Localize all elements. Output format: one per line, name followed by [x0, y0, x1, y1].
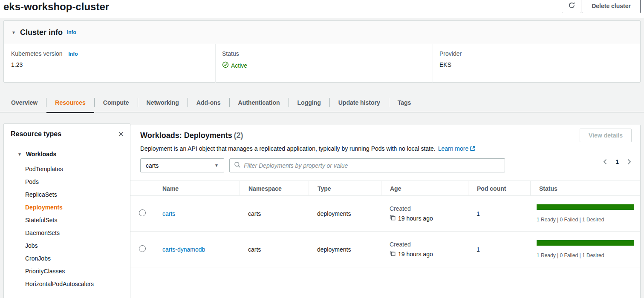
sidebar-item-podtemplates[interactable]: PodTemplates	[4, 163, 130, 175]
sidebar-title: Resource types	[11, 130, 61, 138]
next-page-icon[interactable]	[626, 158, 632, 165]
workloads-caret-icon[interactable]: ▼	[17, 152, 22, 157]
status-cell: 1 Ready | 0 Failed | 1 Desired	[530, 240, 640, 258]
tab-authentication[interactable]: Authentication	[230, 93, 289, 112]
close-icon[interactable]: ✕	[118, 131, 124, 138]
search-input[interactable]	[244, 162, 500, 169]
refresh-icon	[568, 2, 575, 10]
namespace-cell: carts	[240, 210, 309, 217]
search-icon	[234, 161, 241, 169]
filter-search[interactable]	[229, 158, 505, 172]
resource-name-dropdown[interactable]: carts ▼	[140, 158, 224, 172]
table-row: carts-dynamodb carts deployments Created…	[130, 232, 640, 267]
learn-more-link[interactable]: Learn more	[438, 145, 469, 152]
cluster-info-title: Cluster info	[20, 28, 63, 37]
kubernetes-version-info-link[interactable]: Info	[69, 51, 78, 57]
row-radio-button[interactable]	[139, 245, 146, 252]
panel-title: Workloads: Deployments	[140, 131, 232, 140]
status-field: Status Active	[216, 44, 433, 83]
collapse-caret-icon[interactable]: ▼	[12, 30, 16, 35]
chevron-down-icon: ▼	[214, 163, 219, 168]
sidebar-item-cronjobs[interactable]: CronJobs	[4, 252, 130, 265]
namespace-cell: carts	[240, 246, 309, 253]
tab-addons[interactable]: Add-ons	[188, 93, 229, 112]
column-header-status[interactable]: Status	[530, 181, 640, 196]
external-link-icon	[470, 146, 476, 153]
page-title: eks-workshop-cluster	[3, 1, 109, 13]
deployments-panel: Workloads: Deployments (2) View details …	[130, 125, 641, 298]
tab-update-history[interactable]: Update history	[330, 93, 389, 112]
panel-count: (2)	[234, 131, 243, 140]
status-text: 1 Ready | 0 Failed | 1 Desired	[537, 217, 634, 223]
pod-count-cell: 1	[468, 246, 530, 253]
page-header: eks-workshop-cluster Delete cluster	[0, 0, 644, 18]
age-cell: Created 19 hours ago	[381, 241, 468, 258]
cluster-info-info-link[interactable]: Info	[67, 29, 76, 35]
sidebar-item-replicasets[interactable]: ReplicaSets	[4, 188, 130, 201]
tab-compute[interactable]: Compute	[95, 93, 138, 112]
kubernetes-version-label: Kubernetes version Info	[11, 50, 215, 57]
provider-label: Provider	[439, 50, 640, 57]
sidebar-item-statefulsets[interactable]: StatefulSets	[4, 214, 130, 226]
column-header-pod-count[interactable]: Pod count	[468, 181, 530, 196]
view-details-button[interactable]: View details	[580, 129, 632, 142]
sidebar-item-jobs[interactable]: Jobs	[4, 239, 130, 252]
workloads-group-label: Workloads	[26, 151, 56, 158]
status-check-icon	[222, 61, 229, 69]
sidebar-item-pods[interactable]: Pods	[4, 175, 130, 188]
column-header-type[interactable]: Type	[309, 181, 381, 196]
delete-cluster-button[interactable]: Delete cluster	[582, 0, 641, 13]
current-page[interactable]: 1	[613, 158, 621, 165]
tab-tags[interactable]: Tags	[389, 93, 420, 112]
column-header-name[interactable]: Name	[154, 181, 240, 196]
cluster-info-header[interactable]: ▼ Cluster info Info	[4, 21, 640, 44]
copy-icon[interactable]	[390, 250, 396, 258]
sidebar-item-priorityclasses[interactable]: PriorityClasses	[4, 265, 130, 278]
sidebar-group-workloads[interactable]: ▼ Workloads	[4, 151, 130, 158]
status-cell: 1 Ready | 0 Failed | 1 Desired	[530, 204, 640, 223]
cluster-info-card: ▼ Cluster info Info Kubernetes version I…	[3, 20, 641, 83]
status-progress-bar	[537, 240, 634, 246]
status-text: 1 Ready | 0 Failed | 1 Desired	[537, 252, 634, 258]
table-row: carts carts deployments Created 19 hours…	[130, 196, 640, 232]
deployment-name-link[interactable]: carts	[162, 210, 175, 217]
kubernetes-version-value: 1.23	[11, 61, 215, 68]
pod-count-cell: 1	[468, 210, 530, 217]
status-progress-bar	[537, 204, 634, 210]
type-cell: deployments	[309, 210, 381, 217]
column-header-age[interactable]: Age	[381, 181, 468, 196]
refresh-button[interactable]	[562, 0, 581, 13]
sidebar-item-horizontalpodautoscalers[interactable]: HorizontalPodAutoscalers	[4, 278, 130, 290]
age-cell: Created 19 hours ago	[381, 205, 468, 222]
sidebar-item-daemonsets[interactable]: DaemonSets	[4, 226, 130, 239]
selection-column-header	[130, 181, 154, 196]
column-header-namespace[interactable]: Namespace	[240, 181, 309, 196]
dropdown-value: carts	[146, 162, 159, 169]
tab-resources[interactable]: Resources	[46, 93, 94, 112]
sidebar-item-deployments[interactable]: Deployments	[4, 201, 130, 214]
cluster-info-body: Kubernetes version Info 1.23 Status Acti…	[4, 44, 640, 83]
kubernetes-version-field: Kubernetes version Info 1.23	[4, 44, 216, 83]
cluster-tabs: Overview Resources Compute Networking Ad…	[0, 93, 644, 112]
type-cell: deployments	[309, 246, 381, 253]
tab-overview[interactable]: Overview	[3, 93, 46, 112]
row-radio-button[interactable]	[139, 209, 146, 216]
panel-description: Deployment is an API object that manages…	[140, 145, 632, 153]
previous-page-icon[interactable]	[602, 158, 609, 165]
table-header-row: Name Namespace Type Age Pod count Status	[130, 181, 640, 196]
provider-value: EKS	[439, 61, 640, 68]
provider-field: Provider EKS	[433, 44, 640, 83]
deployment-name-link[interactable]: carts-dynamodb	[162, 246, 205, 253]
tab-logging[interactable]: Logging	[289, 93, 329, 112]
copy-icon[interactable]	[390, 215, 396, 222]
resource-types-sidebar: Resource types ✕ ▼ Workloads PodTemplate…	[3, 123, 130, 298]
tab-networking[interactable]: Networking	[138, 93, 188, 112]
deployments-table: Name Namespace Type Age Pod count Status…	[130, 181, 640, 267]
pagination: 1	[602, 158, 632, 165]
status-label: Status	[222, 50, 433, 57]
status-value: Active	[222, 61, 433, 69]
